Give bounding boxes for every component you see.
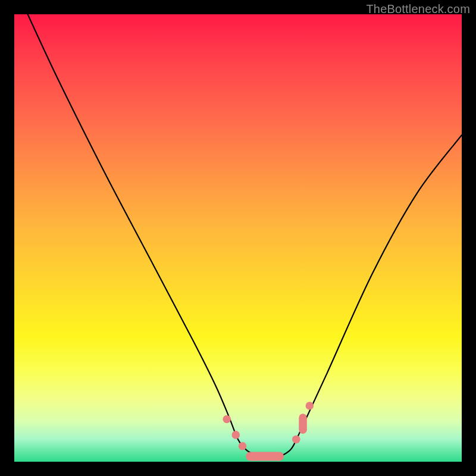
right-bar-1 (299, 414, 307, 434)
right-dot-2 (306, 402, 314, 410)
left-dot-1 (223, 415, 231, 424)
trough-bar (246, 452, 284, 461)
bottleneck-curve (28, 14, 462, 458)
right-dot-1 (292, 436, 300, 444)
chart-svg (14, 14, 462, 462)
left-dot-3 (239, 442, 247, 450)
left-dot-2 (231, 431, 240, 439)
gradient-plot-area (14, 14, 462, 462)
watermark-label: TheBottleneck.com (366, 2, 470, 16)
chart-frame: TheBottleneck.com (0, 0, 476, 476)
